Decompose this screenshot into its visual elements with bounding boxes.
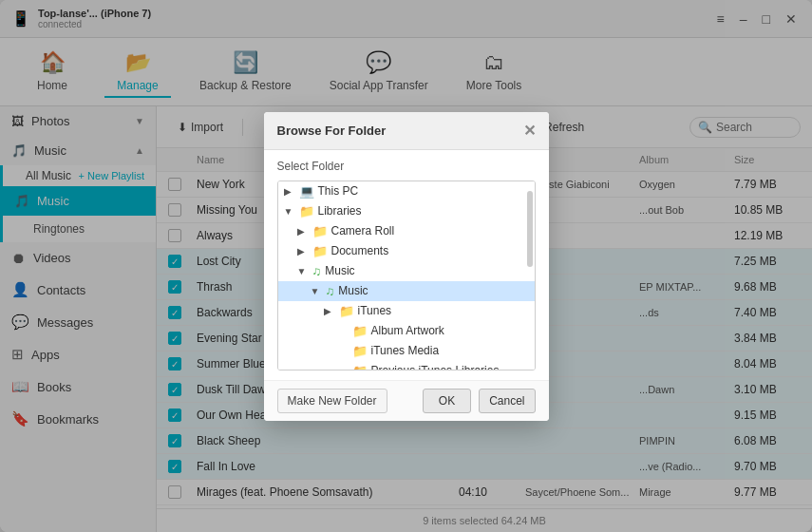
tree-node-label: Music xyxy=(338,284,368,297)
tree-node-icon: 💻 xyxy=(299,184,314,199)
modal-footer-right: OK Cancel xyxy=(423,389,536,413)
select-folder-label: Select Folder xyxy=(277,160,536,173)
tree-node-icon: ♫ xyxy=(312,264,322,278)
tree-item[interactable]: ▼📁Libraries xyxy=(278,201,535,221)
tree-node-icon: 📁 xyxy=(352,344,368,358)
modal-header: Browse For Folder ✕ xyxy=(264,112,549,150)
tree-node-icon: 📁 xyxy=(339,304,354,318)
modal-overlay: Browse For Folder ✕ Select Folder ▶💻This… xyxy=(0,0,812,532)
ok-button[interactable]: OK xyxy=(423,389,471,413)
tree-node-label: iTunes Media xyxy=(371,344,440,357)
tree-node-label: Camera Roll xyxy=(331,224,395,238)
tree-item[interactable]: ▶📁Camera Roll xyxy=(278,221,535,241)
tree-item[interactable]: ▼♫Music xyxy=(278,261,535,281)
tree-arrow-icon: ▶ xyxy=(324,306,335,316)
tree-node-icon: 📁 xyxy=(312,224,328,238)
folder-tree: ▶💻This PC▼📁Libraries▶📁Camera Roll▶📁Docum… xyxy=(277,180,536,370)
modal-title: Browse For Folder xyxy=(277,124,387,138)
tree-node-icon: 📁 xyxy=(352,324,368,338)
tree-node-icon: 📁 xyxy=(312,244,328,258)
tree-item[interactable]: 📁Previous iTunes Libraries xyxy=(278,361,535,370)
tree-node-label: This PC xyxy=(318,184,359,198)
tree-item[interactable]: ▶📁iTunes xyxy=(278,301,535,321)
make-new-folder-button[interactable]: Make New Folder xyxy=(277,389,387,413)
tree-item[interactable]: ▼♫Music xyxy=(278,281,535,301)
tree-node-icon: 📁 xyxy=(352,364,368,370)
tree-arrow-icon: ▶ xyxy=(284,186,295,197)
tree-node-icon: ♫ xyxy=(326,284,335,298)
tree-node-icon: 📁 xyxy=(299,204,314,218)
tree-node-label: Documents xyxy=(331,244,389,257)
tree-arrow-icon: ▼ xyxy=(284,206,295,217)
tree-item[interactable]: ▶📁Documents xyxy=(278,241,535,261)
tree-arrow-icon: ▶ xyxy=(297,246,309,256)
tree-node-label: Album Artwork xyxy=(371,324,444,337)
tree-item[interactable]: 📁iTunes Media xyxy=(278,341,535,361)
modal-close-button[interactable]: ✕ xyxy=(523,122,536,140)
browse-folder-modal: Browse For Folder ✕ Select Folder ▶💻This… xyxy=(264,112,549,421)
tree-node-label: iTunes xyxy=(358,304,392,317)
tree-arrow-icon: ▼ xyxy=(297,266,309,276)
tree-node-label: Libraries xyxy=(318,204,362,218)
modal-body: Select Folder ▶💻This PC▼📁Libraries▶📁Came… xyxy=(264,150,549,380)
tree-arrow-icon: ▼ xyxy=(311,286,322,296)
tree-item[interactable]: ▶💻This PC xyxy=(278,181,535,201)
tree-arrow-icon: ▶ xyxy=(297,226,309,237)
cancel-button[interactable]: Cancel xyxy=(479,389,535,413)
tree-node-label: Previous iTunes Libraries xyxy=(371,364,500,370)
modal-footer: Make New Folder OK Cancel xyxy=(264,380,549,421)
tree-node-label: Music xyxy=(325,264,354,277)
tree-item[interactable]: 📁Album Artwork xyxy=(278,321,535,341)
